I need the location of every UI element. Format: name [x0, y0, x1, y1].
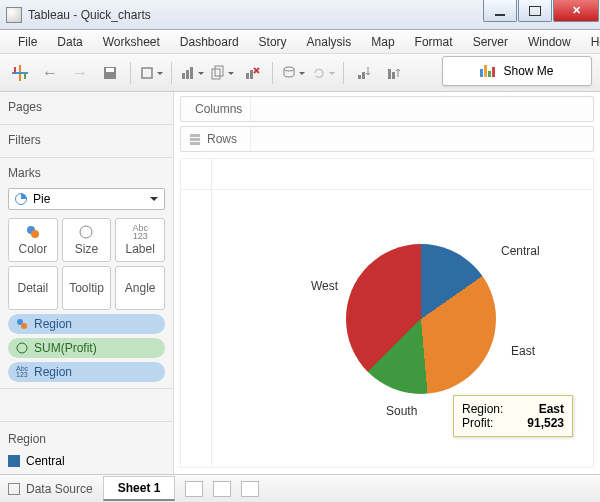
- svg-rect-12: [246, 73, 249, 79]
- svg-rect-9: [190, 67, 193, 79]
- duplicate-button[interactable]: [210, 61, 234, 85]
- detail-button[interactable]: Detail: [8, 266, 58, 310]
- swap-button[interactable]: [281, 61, 305, 85]
- svg-rect-3: [24, 73, 26, 79]
- data-source-tab[interactable]: Data Source: [8, 482, 93, 496]
- window-title: Tableau - Quick_charts: [28, 8, 483, 22]
- new-worksheet-button[interactable]: [180, 61, 204, 85]
- menu-map[interactable]: Map: [361, 31, 404, 53]
- menu-data[interactable]: Data: [47, 31, 92, 53]
- menu-analysis[interactable]: Analysis: [297, 31, 362, 53]
- pill-label: Region: [34, 365, 72, 379]
- menu-worksheet[interactable]: Worksheet: [93, 31, 170, 53]
- sort-desc-button[interactable]: [382, 61, 406, 85]
- tooltip: Region:East Profit:91,523: [453, 395, 573, 437]
- refresh-button[interactable]: [311, 61, 335, 85]
- marks-buttons: Color Size Abc123 Label Detail Tooltip: [8, 218, 165, 310]
- label-icon: Abc123: [132, 224, 148, 240]
- pages-shelf[interactable]: Pages: [0, 92, 173, 125]
- separator: [343, 62, 344, 84]
- maximize-button[interactable]: [518, 0, 552, 22]
- color-icon: [25, 224, 41, 240]
- menu-format[interactable]: Format: [405, 31, 463, 53]
- separator: [130, 62, 131, 84]
- menu-window[interactable]: Window: [518, 31, 581, 53]
- label-icon: Abc123: [16, 366, 28, 378]
- size-button[interactable]: Size: [62, 218, 112, 262]
- legend-title: Region: [8, 428, 165, 450]
- mark-type-dropdown[interactable]: Pie: [8, 188, 165, 210]
- toolbar: ← → Show Me: [0, 54, 600, 92]
- pages-title: Pages: [8, 96, 165, 118]
- forward-button[interactable]: →: [68, 61, 92, 85]
- new-story-tab[interactable]: [241, 481, 259, 497]
- datasource-label: Data Source: [26, 482, 93, 496]
- columns-shelf[interactable]: Columns: [180, 96, 594, 122]
- separator: [272, 62, 273, 84]
- minimize-button[interactable]: [483, 0, 517, 22]
- svg-rect-29: [190, 138, 200, 141]
- svg-rect-18: [392, 72, 395, 79]
- show-me-button[interactable]: Show Me: [442, 56, 592, 86]
- menubar: File Data Worksheet Dashboard Story Anal…: [0, 30, 600, 54]
- datasource-icon: [8, 483, 20, 495]
- marks-card: Marks Pie Color Size: [0, 158, 173, 389]
- pill-sum-profit[interactable]: SUM(Profit): [8, 338, 165, 358]
- new-dashboard-tab[interactable]: [213, 481, 231, 497]
- menu-dashboard[interactable]: Dashboard: [170, 31, 249, 53]
- rows-shelf[interactable]: Rows: [180, 126, 594, 152]
- window-controls: [483, 0, 600, 29]
- pill-label: Region: [34, 317, 72, 331]
- sort-asc-button[interactable]: [352, 61, 376, 85]
- pill-region-color[interactable]: Region: [8, 314, 165, 334]
- tooltip-val: East: [539, 402, 564, 416]
- show-me-icon: [480, 65, 495, 77]
- tooltip-button[interactable]: Tooltip: [62, 266, 112, 310]
- tooltip-val: 91,523: [527, 416, 564, 430]
- menu-story[interactable]: Story: [249, 31, 297, 53]
- label-label: Label: [125, 242, 154, 256]
- svg-rect-17: [388, 69, 391, 79]
- viz-canvas[interactable]: Central East South West Region:East Prof…: [180, 158, 594, 468]
- slice-label-south: South: [386, 404, 417, 418]
- close-button[interactable]: [553, 0, 599, 22]
- svg-rect-11: [215, 66, 223, 76]
- svg-point-23: [21, 323, 27, 329]
- sheet-tab[interactable]: Sheet 1: [103, 476, 176, 501]
- svg-point-14: [284, 67, 294, 71]
- svg-rect-7: [182, 73, 185, 79]
- svg-rect-28: [190, 134, 200, 137]
- color-button[interactable]: Color: [8, 218, 58, 262]
- menu-help[interactable]: Help: [581, 31, 600, 53]
- menu-server[interactable]: Server: [463, 31, 518, 53]
- svg-rect-15: [358, 75, 361, 79]
- slice-label-east: East: [511, 344, 535, 358]
- svg-rect-13: [250, 70, 253, 79]
- menu-file[interactable]: File: [8, 31, 47, 53]
- filters-title: Filters: [8, 129, 165, 151]
- pill-region-label[interactable]: Abc123 Region: [8, 362, 165, 382]
- tableau-logo-icon[interactable]: [8, 61, 32, 85]
- new-datasource-button[interactable]: [139, 61, 163, 85]
- slice-label-west: West: [311, 279, 338, 293]
- clear-button[interactable]: [240, 61, 264, 85]
- size-icon: [78, 224, 94, 240]
- slice-label-central: Central: [501, 244, 540, 258]
- back-button[interactable]: ←: [38, 61, 62, 85]
- filters-shelf[interactable]: Filters: [0, 125, 173, 158]
- color-legend-card: Region Central: [0, 421, 173, 474]
- legend-item-central[interactable]: Central: [8, 454, 165, 468]
- new-worksheet-tab[interactable]: [185, 481, 203, 497]
- rows-icon: [189, 133, 201, 145]
- label-button[interactable]: Abc123 Label: [115, 218, 165, 262]
- pie-chart[interactable]: [346, 244, 496, 394]
- titlebar: Tableau - Quick_charts: [0, 0, 600, 30]
- save-button[interactable]: [98, 61, 122, 85]
- detail-label: Detail: [17, 281, 48, 295]
- svg-rect-10: [212, 69, 220, 79]
- tooltip-key: Region:: [462, 402, 503, 416]
- rows-label: Rows: [181, 127, 251, 151]
- color-icon: [16, 318, 28, 330]
- angle-button[interactable]: Angle: [115, 266, 165, 310]
- legend-label: Central: [26, 454, 65, 468]
